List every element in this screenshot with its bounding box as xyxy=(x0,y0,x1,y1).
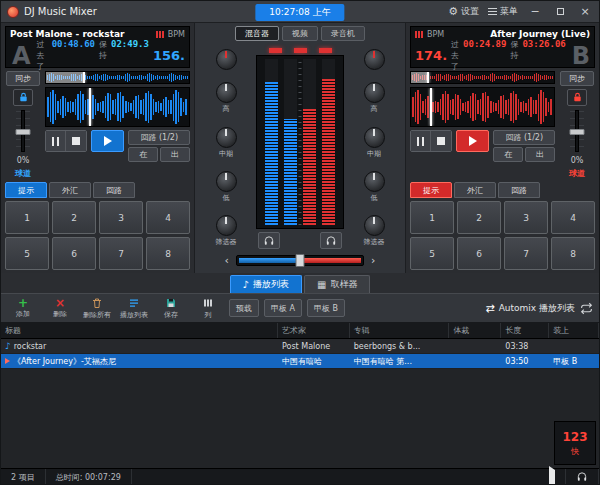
pitch-slider-b[interactable] xyxy=(569,110,585,152)
eq-mid-knob-b[interactable] xyxy=(364,127,385,148)
loop-button-a[interactable]: 回路 (1/2) xyxy=(128,130,190,145)
headphone-cue-a-button[interactable] xyxy=(258,232,280,249)
maximize-button[interactable] xyxy=(552,5,568,19)
headphone-icon xyxy=(576,471,588,482)
pad-a-4[interactable]: 4 xyxy=(146,201,190,234)
preview-play-button[interactable] xyxy=(549,470,555,485)
filter-knob-b[interactable] xyxy=(364,215,385,236)
loop-in-button-b[interactable]: 在 xyxy=(493,147,523,162)
delete-all-button[interactable]: 删除所有 xyxy=(81,297,113,320)
sync-button-b[interactable]: 同步 xyxy=(560,71,594,86)
playlist-empty-area[interactable] xyxy=(1,369,599,468)
pause-button-b[interactable] xyxy=(411,131,431,151)
table-row-selected[interactable]: 《After Journey》-艾福杰尼 中国有嘻哈 中国有嘻哈 第... 03… xyxy=(1,354,599,369)
tab-fx-a[interactable]: 外汇 xyxy=(49,182,91,198)
crossfader-left-arrow[interactable]: ‹ xyxy=(225,254,229,267)
minimize-button[interactable]: ─ xyxy=(527,5,543,19)
waveform-overview-b[interactable] xyxy=(410,71,555,84)
pad-a-3[interactable]: 3 xyxy=(99,201,143,234)
pad-a-5[interactable]: 5 xyxy=(5,237,49,270)
loop-out-button-b[interactable]: 出 xyxy=(525,147,555,162)
pad-b-7[interactable]: 7 xyxy=(504,237,548,270)
tab-cue-b[interactable]: 提示 xyxy=(410,182,452,198)
automix-button[interactable]: ⇄Automix 播放列表 xyxy=(485,302,575,315)
pitch-slider-a[interactable] xyxy=(15,110,31,152)
pad-b-5[interactable]: 5 xyxy=(410,237,454,270)
tab-sampler[interactable]: ▦取样器 xyxy=(304,275,370,293)
pad-b-3[interactable]: 3 xyxy=(504,201,548,234)
column-deck[interactable]: 装上 xyxy=(549,323,599,338)
gain-knob-b[interactable] xyxy=(364,49,385,70)
bpm-counter-label: 快 xyxy=(571,446,579,457)
pad-a-7[interactable]: 7 xyxy=(99,237,143,270)
playlist-button[interactable]: 播放列表 xyxy=(118,297,150,320)
deck-a-times: 过去了 00:48.60 保持 02:49.3 xyxy=(37,39,149,72)
play-button-b[interactable] xyxy=(456,130,490,152)
filter-knob-a[interactable] xyxy=(216,215,237,236)
close-button[interactable]: × xyxy=(577,5,593,19)
crossfader-right-arrow[interactable]: › xyxy=(371,254,375,267)
pad-b-4[interactable]: 4 xyxy=(551,201,595,234)
lock-button-a[interactable] xyxy=(13,89,33,106)
tab-playlist[interactable]: ♪播放列表 xyxy=(230,275,302,293)
eq-high-knob-a[interactable] xyxy=(216,82,237,103)
pad-a-1[interactable]: 1 xyxy=(5,201,49,234)
load-deck-b-button[interactable]: 甲板 B xyxy=(307,299,345,317)
pad-b-2[interactable]: 2 xyxy=(457,201,501,234)
crossfader-handle[interactable] xyxy=(296,254,305,267)
preview-headphone-button[interactable] xyxy=(576,470,588,485)
pad-b-1[interactable]: 1 xyxy=(410,201,454,234)
loop-button-b[interactable]: 回路 (1/2) xyxy=(493,130,555,145)
eq-low-knob-b[interactable] xyxy=(364,171,385,192)
pitch-label-b: 球道 xyxy=(569,168,585,179)
loop-in-button-a[interactable]: 在 xyxy=(128,147,158,162)
eq-high-label: 高 xyxy=(371,104,378,114)
tab-fx-b[interactable]: 外汇 xyxy=(454,182,496,198)
play-button-a[interactable] xyxy=(91,130,125,152)
filter-label: 筛选器 xyxy=(364,237,385,247)
preload-button[interactable]: 预载 xyxy=(229,299,259,317)
load-deck-a-button[interactable]: 甲板 A xyxy=(264,299,302,317)
tab-video[interactable]: 视频 xyxy=(282,26,318,41)
pad-a-2[interactable]: 2 xyxy=(52,201,96,234)
gain-knob-a[interactable] xyxy=(216,49,237,70)
stop-button-b[interactable] xyxy=(431,131,451,151)
menu-button[interactable]: 菜单 xyxy=(488,5,518,18)
pad-a-8[interactable]: 8 xyxy=(146,237,190,270)
waveform-overview-a[interactable] xyxy=(45,71,190,84)
sync-button-a[interactable]: 同步 xyxy=(6,71,40,86)
eq-mid-knob-a[interactable] xyxy=(216,127,237,148)
eq-high-knob-b[interactable] xyxy=(364,82,385,103)
settings-button[interactable]: ⚙设置 xyxy=(448,5,479,18)
plus-icon: + xyxy=(18,298,28,308)
save-button[interactable]: 保存 xyxy=(155,297,187,320)
tab-mixer[interactable]: 混音器 xyxy=(235,26,279,41)
pause-button-a[interactable] xyxy=(46,131,66,151)
column-artist[interactable]: 艺术家 xyxy=(278,323,350,338)
column-album[interactable]: 专辑 xyxy=(350,323,450,338)
lock-button-b[interactable] xyxy=(567,89,587,106)
waveform-main-a[interactable] xyxy=(45,87,190,127)
pad-a-6[interactable]: 6 xyxy=(52,237,96,270)
tab-loop-b[interactable]: 回路 xyxy=(498,182,540,198)
column-genre[interactable]: 体裁 xyxy=(449,323,501,338)
tab-recorder[interactable]: 录音机 xyxy=(321,26,365,41)
crossfader[interactable] xyxy=(236,255,364,266)
columns-button[interactable]: 列 xyxy=(192,297,224,320)
tab-cue-a[interactable]: 提示 xyxy=(5,182,47,198)
delete-button[interactable]: ×删除 xyxy=(44,298,76,319)
stop-icon xyxy=(72,137,80,145)
waveform-main-b[interactable] xyxy=(410,87,555,127)
eq-low-knob-a[interactable] xyxy=(216,171,237,192)
headphone-cue-b-button[interactable] xyxy=(320,232,342,249)
stop-button-a[interactable] xyxy=(66,131,86,151)
loop-out-button-a[interactable]: 出 xyxy=(160,147,190,162)
pad-b-6[interactable]: 6 xyxy=(457,237,501,270)
column-length[interactable]: 长度 xyxy=(501,323,549,338)
table-row[interactable]: ♪rockstar Post Malone beerbongs & b... 0… xyxy=(1,339,599,354)
column-title[interactable]: 标题 xyxy=(1,323,278,338)
pad-b-8[interactable]: 8 xyxy=(551,237,595,270)
repeat-button[interactable] xyxy=(580,302,593,315)
add-button[interactable]: +添加 xyxy=(7,298,39,319)
tab-loop-a[interactable]: 回路 xyxy=(93,182,135,198)
